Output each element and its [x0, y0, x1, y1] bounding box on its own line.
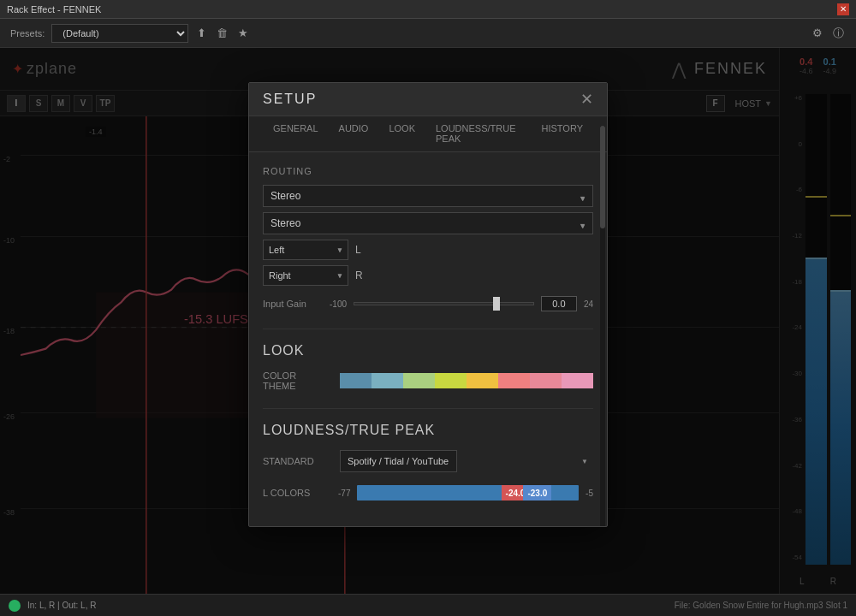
- lcolors-max: -5: [586, 489, 593, 498]
- modal-scroll-thumb[interactable]: [600, 126, 605, 228]
- lcolors-label: L COLORS: [263, 488, 331, 498]
- power-button[interactable]: [9, 600, 21, 612]
- status-bar: In: L, R | Out: L, R File: Golden Snow E…: [0, 594, 856, 616]
- settings-icon-button[interactable]: ⚙: [811, 25, 824, 41]
- look-section-title: LOOK: [263, 343, 593, 358]
- preset-star-button[interactable]: ★: [236, 25, 250, 41]
- preset-delete-button[interactable]: 🗑: [215, 25, 229, 41]
- color-seg-4: [435, 373, 467, 388]
- info-icon-button[interactable]: ⓘ: [831, 24, 846, 43]
- routing-select-1[interactable]: Stereo Mono Dual Mono: [263, 185, 593, 207]
- color-theme-label: COLOR THEME: [263, 370, 331, 391]
- standard-select-wrapper: Spotify / Tidal / YouTube EBU R128 ATSC …: [340, 450, 593, 472]
- color-theme-row: COLOR THEME: [263, 370, 593, 391]
- loudness-section: LOUDNESS/TRUE PEAK STANDARD Spotify / Ti…: [263, 423, 593, 501]
- lcolors-row: L COLORS -77 -24.0 -23.0 -5: [263, 484, 593, 501]
- setup-modal: SETUP ✕ GENERAL AUDIO LOOK LOUDNESS/TRUE…: [248, 82, 608, 527]
- routing-select-2[interactable]: Stereo Mono Dual Mono: [263, 212, 593, 234]
- channel-right-select[interactable]: Right Left Both: [263, 265, 348, 286]
- tab-general[interactable]: GENERAL: [263, 116, 329, 152]
- channel-right-label: R: [355, 270, 363, 281]
- modal-title-bar: SETUP ✕: [249, 83, 607, 116]
- section-divider-2: [263, 408, 593, 409]
- color-theme-bar[interactable]: [340, 373, 593, 388]
- file-info: File: Golden Snow Entire for Hugh.mp3 Sl…: [675, 601, 847, 610]
- channel-left-select-wrapper: Left Right Both ▼: [263, 240, 348, 260]
- presets-bar: Presets: (Default) ⬆ 🗑 ★ ⚙ ⓘ: [0, 19, 856, 48]
- modal-title: SETUP: [263, 92, 317, 107]
- input-gain-max: 24: [584, 299, 593, 309]
- close-button[interactable]: ✕: [837, 3, 849, 15]
- tab-history[interactable]: HISTORY: [532, 116, 594, 152]
- lcolors-slider[interactable]: -24.0 -23.0: [357, 484, 579, 501]
- routing-select-1-wrapper: Stereo Mono Dual Mono ▼: [263, 185, 593, 212]
- modal-body: ROUTING Stereo Mono Dual Mono ▼ Ster: [249, 152, 607, 515]
- title-bar: Rack Effect - FENNEK ✕: [0, 0, 856, 19]
- input-gain-value: 0.0: [541, 296, 577, 311]
- loudness-section-title: LOUDNESS/TRUE PEAK: [263, 423, 593, 438]
- lcolors-min: -77: [338, 489, 350, 498]
- color-seg-6: [498, 373, 530, 388]
- channel-right-select-wrapper: Right Left Both ▼: [263, 265, 348, 286]
- color-seg-5: [467, 373, 498, 388]
- channel-left-select[interactable]: Left Right Both: [263, 240, 348, 260]
- routing-section: ROUTING Stereo Mono Dual Mono ▼ Ster: [263, 166, 593, 311]
- io-info: In: L, R | Out: L, R: [9, 600, 96, 612]
- standard-row: STANDARD Spotify / Tidal / YouTube EBU R…: [263, 450, 593, 472]
- look-section: LOOK COLOR THEME: [263, 343, 593, 391]
- tab-audio[interactable]: AUDIO: [329, 116, 379, 152]
- input-gain-row: Input Gain -100 0.0 24: [263, 296, 593, 311]
- modal-scrollbar[interactable]: [600, 126, 605, 526]
- tab-loudness[interactable]: LOUDNESS/TRUE PEAK: [425, 116, 532, 152]
- input-gain-slider[interactable]: [354, 302, 534, 305]
- channel-right-row: Right Left Both ▼ R: [263, 265, 593, 286]
- input-gain-min: -100: [330, 299, 347, 309]
- main-area: ✦ zplane ⋀ FENNEK I S M V TP F HOST ▼ -2…: [0, 48, 856, 594]
- channel-left-row: Left Right Both ▼ L: [263, 240, 593, 260]
- standard-label: STANDARD: [263, 456, 331, 466]
- color-seg-2: [372, 373, 403, 388]
- preset-save-button[interactable]: ⬆: [195, 25, 208, 41]
- presets-right-actions: ⚙ ⓘ: [811, 24, 846, 43]
- color-seg-8: [562, 373, 593, 388]
- color-seg-3: [403, 373, 435, 388]
- standard-select[interactable]: Spotify / Tidal / YouTube EBU R128 ATSC …: [340, 450, 457, 472]
- section-divider-1: [263, 329, 593, 329]
- color-seg-7: [530, 373, 562, 388]
- input-gain-label: Input Gain: [263, 299, 323, 309]
- modal-close-button[interactable]: ✕: [580, 92, 593, 107]
- modal-tabs: GENERAL AUDIO LOOK LOUDNESS/TRUE PEAK HI…: [249, 116, 607, 152]
- modal-overlay: SETUP ✕ GENERAL AUDIO LOOK LOUDNESS/TRUE…: [0, 48, 856, 594]
- presets-dropdown[interactable]: (Default): [51, 24, 188, 43]
- routing-section-label: ROUTING: [263, 166, 593, 176]
- color-seg-1: [340, 373, 372, 388]
- presets-label: Presets:: [10, 28, 45, 38]
- tab-look[interactable]: LOOK: [378, 116, 425, 152]
- routing-select-2-wrapper: Stereo Mono Dual Mono ▼: [263, 212, 593, 240]
- channel-left-label: L: [355, 244, 361, 256]
- io-info-text: In: L, R | Out: L, R: [27, 601, 96, 610]
- lcolors-handle-2[interactable]: -23.0: [523, 485, 551, 500]
- title-bar-text: Rack Effect - FENNEK: [7, 4, 101, 15]
